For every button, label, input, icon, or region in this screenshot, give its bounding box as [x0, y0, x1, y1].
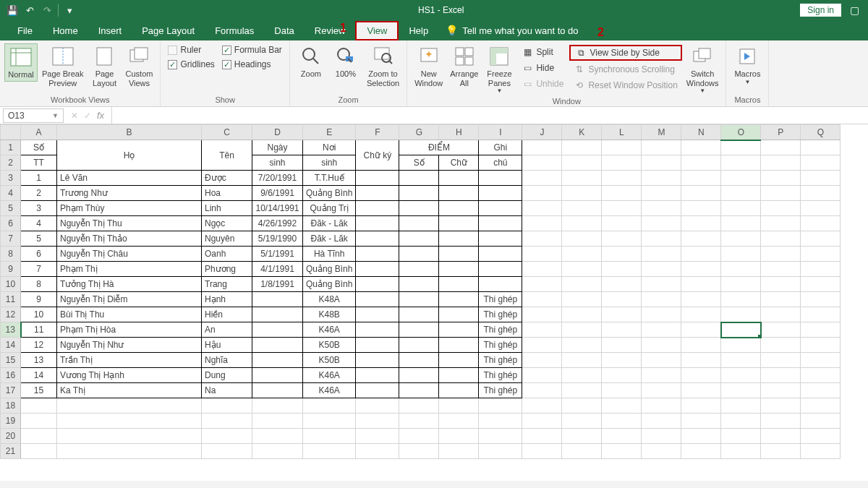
- cell[interactable]: [642, 368, 681, 383]
- row-header[interactable]: 4: [1, 186, 21, 201]
- cell[interactable]: [522, 353, 562, 368]
- cell[interactable]: K46A: [303, 322, 356, 338]
- cell[interactable]: Nguyên: [202, 231, 252, 247]
- cell[interactable]: [439, 186, 479, 201]
- cell[interactable]: [642, 414, 681, 429]
- cell[interactable]: [356, 383, 399, 398]
- cell[interactable]: 4: [21, 216, 57, 231]
- cell[interactable]: [21, 444, 57, 459]
- cell[interactable]: [562, 444, 602, 459]
- cell[interactable]: 4/1/1991: [252, 262, 303, 277]
- cell[interactable]: Quảng Bình: [303, 186, 356, 201]
- row-header[interactable]: 6: [1, 216, 21, 231]
- cell[interactable]: [439, 231, 479, 247]
- cell[interactable]: [801, 292, 841, 307]
- cell[interactable]: [602, 338, 642, 353]
- formula-input[interactable]: [111, 107, 868, 124]
- cell[interactable]: Ghi: [479, 140, 522, 155]
- col-header-K[interactable]: K: [562, 125, 602, 140]
- cell[interactable]: [761, 368, 801, 383]
- cell[interactable]: [642, 398, 681, 414]
- cell[interactable]: [642, 307, 681, 322]
- col-header-C[interactable]: C: [202, 125, 252, 140]
- cell[interactable]: [21, 414, 57, 429]
- cell[interactable]: Nguyễn Thị Thu: [57, 216, 202, 231]
- cell[interactable]: [202, 398, 252, 414]
- cell[interactable]: 9/6/1991: [252, 186, 303, 201]
- row-header[interactable]: 1: [1, 140, 21, 155]
- cell[interactable]: [562, 140, 602, 155]
- cell[interactable]: [562, 231, 602, 247]
- cell[interactable]: K50B: [303, 338, 356, 353]
- cell[interactable]: 2: [21, 186, 57, 201]
- cell[interactable]: [602, 353, 642, 368]
- cell[interactable]: [57, 429, 202, 444]
- cell[interactable]: [356, 368, 399, 383]
- col-header-B[interactable]: B: [57, 125, 202, 140]
- cell[interactable]: [439, 414, 479, 429]
- cell[interactable]: Phạm Thị Hòa: [57, 322, 202, 338]
- cell[interactable]: [562, 262, 602, 277]
- ruler-checkbox[interactable]: Ruler: [165, 43, 217, 56]
- col-header-O[interactable]: O: [721, 125, 761, 140]
- cell[interactable]: [399, 429, 439, 444]
- cell[interactable]: Đăk - Lăk: [303, 216, 356, 231]
- cell[interactable]: Được: [202, 171, 252, 186]
- cell[interactable]: Phạm Thùy: [57, 201, 202, 216]
- split-button[interactable]: ▦Split: [517, 45, 568, 59]
- cell[interactable]: [642, 201, 681, 216]
- cell[interactable]: Na: [202, 383, 252, 398]
- cell[interactable]: [439, 277, 479, 292]
- cell[interactable]: [356, 186, 399, 201]
- arrange-all-button[interactable]: Arrange All: [447, 43, 481, 89]
- cell[interactable]: [479, 429, 522, 444]
- cell[interactable]: [522, 216, 562, 231]
- cell[interactable]: [522, 444, 562, 459]
- cell[interactable]: [761, 171, 801, 186]
- cell[interactable]: [642, 292, 681, 307]
- cell[interactable]: [681, 398, 721, 414]
- cell[interactable]: [439, 353, 479, 368]
- cell[interactable]: [801, 383, 841, 398]
- cell[interactable]: [439, 247, 479, 262]
- col-header-L[interactable]: L: [602, 125, 642, 140]
- cell[interactable]: [602, 429, 642, 444]
- cell[interactable]: [439, 322, 479, 338]
- cell[interactable]: [681, 414, 721, 429]
- tab-formulas[interactable]: Formulas: [205, 21, 264, 40]
- cell[interactable]: [356, 398, 399, 414]
- cell[interactable]: [602, 383, 642, 398]
- cell[interactable]: [439, 383, 479, 398]
- cell[interactable]: [761, 444, 801, 459]
- cell[interactable]: Thi ghép: [479, 383, 522, 398]
- cell[interactable]: [642, 171, 681, 186]
- cell[interactable]: [801, 262, 841, 277]
- col-header-N[interactable]: N: [681, 125, 721, 140]
- cell[interactable]: [681, 353, 721, 368]
- cell[interactable]: [681, 262, 721, 277]
- row-header[interactable]: 20: [1, 429, 21, 444]
- cell[interactable]: [602, 155, 642, 171]
- fx-icon[interactable]: fx: [97, 110, 104, 121]
- cell[interactable]: [562, 353, 602, 368]
- cell[interactable]: Oanh: [202, 247, 252, 262]
- cell[interactable]: Quảng Trị: [303, 201, 356, 216]
- cell[interactable]: [761, 398, 801, 414]
- cell[interactable]: [21, 429, 57, 444]
- cell[interactable]: [761, 414, 801, 429]
- cell[interactable]: [761, 186, 801, 201]
- cell[interactable]: [721, 338, 761, 353]
- row-header[interactable]: 16: [1, 368, 21, 383]
- row-header[interactable]: 17: [1, 383, 21, 398]
- cell[interactable]: Trang: [202, 277, 252, 292]
- cell[interactable]: [602, 292, 642, 307]
- cell[interactable]: [479, 247, 522, 262]
- cell[interactable]: Ngọc: [202, 216, 252, 231]
- cell[interactable]: [399, 383, 439, 398]
- cell[interactable]: [642, 383, 681, 398]
- cell[interactable]: [522, 277, 562, 292]
- cell[interactable]: An: [202, 322, 252, 338]
- cell[interactable]: [356, 353, 399, 368]
- cell[interactable]: [522, 231, 562, 247]
- cell[interactable]: [801, 398, 841, 414]
